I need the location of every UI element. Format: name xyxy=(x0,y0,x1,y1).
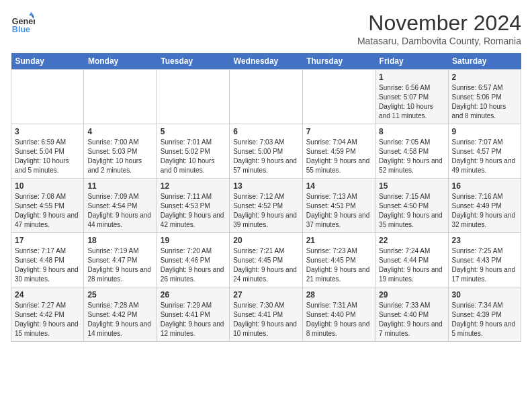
day-header-friday: Friday xyxy=(375,53,448,70)
day-info: Sunrise: 7:03 AM Sunset: 5:00 PM Dayligh… xyxy=(233,138,298,175)
logo: General Blue xyxy=(11,11,35,35)
day-number: 25 xyxy=(87,290,152,300)
calendar-cell: 7Sunrise: 7:04 AM Sunset: 4:59 PM Daylig… xyxy=(302,124,375,179)
day-info: Sunrise: 7:29 AM Sunset: 4:41 PM Dayligh… xyxy=(161,301,226,338)
day-info: Sunrise: 7:30 AM Sunset: 4:41 PM Dayligh… xyxy=(233,301,298,338)
calendar-cell: 18Sunrise: 7:19 AM Sunset: 4:47 PM Dayli… xyxy=(84,233,157,287)
calendar-cell: 23Sunrise: 7:25 AM Sunset: 4:43 PM Dayli… xyxy=(448,233,521,287)
page-header: General Blue November 2024 Matasaru, Dam… xyxy=(11,11,521,46)
day-info: Sunrise: 7:33 AM Sunset: 4:40 PM Dayligh… xyxy=(379,301,444,338)
calendar-cell: 11Sunrise: 7:09 AM Sunset: 4:54 PM Dayli… xyxy=(84,179,157,233)
calendar-cell: 10Sunrise: 7:08 AM Sunset: 4:55 PM Dayli… xyxy=(11,179,84,233)
day-info: Sunrise: 7:25 AM Sunset: 4:43 PM Dayligh… xyxy=(452,246,517,284)
calendar-cell: 27Sunrise: 7:30 AM Sunset: 4:41 PM Dayli… xyxy=(230,287,302,342)
calendar-cell: 16Sunrise: 7:16 AM Sunset: 4:49 PM Dayli… xyxy=(448,179,521,233)
day-number: 10 xyxy=(15,181,80,191)
calendar-week-row: 3Sunrise: 6:59 AM Sunset: 5:04 PM Daylig… xyxy=(11,124,521,179)
month-title: November 2024 xyxy=(357,11,521,36)
day-info: Sunrise: 7:24 AM Sunset: 4:44 PM Dayligh… xyxy=(379,246,444,284)
day-number: 29 xyxy=(379,290,444,300)
day-info: Sunrise: 7:07 AM Sunset: 4:57 PM Dayligh… xyxy=(452,138,517,175)
day-header-tuesday: Tuesday xyxy=(157,53,229,70)
calendar-cell: 17Sunrise: 7:17 AM Sunset: 4:48 PM Dayli… xyxy=(11,233,84,287)
logo-icon: General Blue xyxy=(11,11,35,35)
calendar-week-row: 24Sunrise: 7:27 AM Sunset: 4:42 PM Dayli… xyxy=(11,287,521,342)
calendar-cell: 14Sunrise: 7:13 AM Sunset: 4:51 PM Dayli… xyxy=(302,179,375,233)
calendar-cell: 6Sunrise: 7:03 AM Sunset: 5:00 PM Daylig… xyxy=(230,124,302,179)
svg-text:Blue: Blue xyxy=(12,25,30,34)
day-number: 19 xyxy=(161,236,226,245)
calendar-table: SundayMondayTuesdayWednesdayThursdayFrid… xyxy=(11,53,521,342)
day-info: Sunrise: 7:23 AM Sunset: 4:45 PM Dayligh… xyxy=(306,246,371,284)
calendar-cell: 24Sunrise: 7:27 AM Sunset: 4:42 PM Dayli… xyxy=(11,287,84,342)
day-number: 22 xyxy=(379,236,444,245)
calendar-header-row: SundayMondayTuesdayWednesdayThursdayFrid… xyxy=(11,53,521,70)
day-number: 26 xyxy=(161,290,226,300)
day-number: 6 xyxy=(233,127,298,136)
calendar-cell: 22Sunrise: 7:24 AM Sunset: 4:44 PM Dayli… xyxy=(375,233,448,287)
calendar-cell: 4Sunrise: 7:00 AM Sunset: 5:03 PM Daylig… xyxy=(84,124,157,179)
day-info: Sunrise: 7:13 AM Sunset: 4:51 PM Dayligh… xyxy=(306,192,371,230)
calendar-cell xyxy=(302,70,375,124)
day-number: 16 xyxy=(452,181,517,191)
calendar-cell xyxy=(84,70,157,124)
svg-marker-2 xyxy=(29,12,34,15)
day-info: Sunrise: 7:08 AM Sunset: 4:55 PM Dayligh… xyxy=(15,192,80,230)
day-info: Sunrise: 6:59 AM Sunset: 5:04 PM Dayligh… xyxy=(15,138,80,175)
day-header-monday: Monday xyxy=(84,53,157,70)
day-info: Sunrise: 7:17 AM Sunset: 4:48 PM Dayligh… xyxy=(15,246,80,284)
calendar-week-row: 1Sunrise: 6:56 AM Sunset: 5:07 PM Daylig… xyxy=(11,70,521,124)
calendar-cell: 29Sunrise: 7:33 AM Sunset: 4:40 PM Dayli… xyxy=(375,287,448,342)
day-info: Sunrise: 6:57 AM Sunset: 5:06 PM Dayligh… xyxy=(452,83,517,121)
day-number: 20 xyxy=(233,236,298,245)
calendar-cell xyxy=(230,70,302,124)
calendar-week-row: 17Sunrise: 7:17 AM Sunset: 4:48 PM Dayli… xyxy=(11,233,521,287)
calendar-cell: 1Sunrise: 6:56 AM Sunset: 5:07 PM Daylig… xyxy=(375,70,448,124)
day-info: Sunrise: 7:16 AM Sunset: 4:49 PM Dayligh… xyxy=(452,192,517,230)
day-number: 15 xyxy=(379,181,444,191)
day-info: Sunrise: 7:28 AM Sunset: 4:42 PM Dayligh… xyxy=(87,301,152,338)
day-number: 21 xyxy=(306,236,371,245)
day-number: 17 xyxy=(15,236,80,245)
day-number: 1 xyxy=(379,73,444,82)
calendar-cell: 15Sunrise: 7:15 AM Sunset: 4:50 PM Dayli… xyxy=(375,179,448,233)
calendar-cell xyxy=(11,70,84,124)
day-number: 12 xyxy=(161,181,226,191)
day-info: Sunrise: 7:05 AM Sunset: 4:58 PM Dayligh… xyxy=(379,138,444,175)
day-info: Sunrise: 7:27 AM Sunset: 4:42 PM Dayligh… xyxy=(15,301,80,338)
day-info: Sunrise: 7:04 AM Sunset: 4:59 PM Dayligh… xyxy=(306,138,371,175)
day-number: 28 xyxy=(306,290,371,300)
day-number: 5 xyxy=(161,127,226,136)
calendar-cell: 5Sunrise: 7:01 AM Sunset: 5:02 PM Daylig… xyxy=(157,124,229,179)
calendar-week-row: 10Sunrise: 7:08 AM Sunset: 4:55 PM Dayli… xyxy=(11,179,521,233)
day-number: 27 xyxy=(233,290,298,300)
day-info: Sunrise: 7:19 AM Sunset: 4:47 PM Dayligh… xyxy=(87,246,152,284)
title-block: November 2024 Matasaru, Dambovita County… xyxy=(357,11,521,46)
day-info: Sunrise: 7:01 AM Sunset: 5:02 PM Dayligh… xyxy=(161,138,226,175)
day-info: Sunrise: 7:11 AM Sunset: 4:53 PM Dayligh… xyxy=(161,192,226,230)
day-header-thursday: Thursday xyxy=(302,53,375,70)
day-number: 7 xyxy=(306,127,371,136)
day-number: 23 xyxy=(452,236,517,245)
calendar-cell: 13Sunrise: 7:12 AM Sunset: 4:52 PM Dayli… xyxy=(230,179,302,233)
day-info: Sunrise: 7:20 AM Sunset: 4:46 PM Dayligh… xyxy=(161,246,226,284)
day-info: Sunrise: 7:31 AM Sunset: 4:40 PM Dayligh… xyxy=(306,301,371,338)
calendar-cell xyxy=(157,70,229,124)
day-number: 24 xyxy=(15,290,80,300)
calendar-cell: 30Sunrise: 7:34 AM Sunset: 4:39 PM Dayli… xyxy=(448,287,521,342)
calendar-cell: 12Sunrise: 7:11 AM Sunset: 4:53 PM Dayli… xyxy=(157,179,229,233)
location-subtitle: Matasaru, Dambovita County, Romania xyxy=(357,36,521,46)
day-number: 4 xyxy=(87,127,152,136)
calendar-cell: 26Sunrise: 7:29 AM Sunset: 4:41 PM Dayli… xyxy=(157,287,229,342)
day-info: Sunrise: 7:21 AM Sunset: 4:45 PM Dayligh… xyxy=(233,246,298,284)
day-number: 3 xyxy=(15,127,80,136)
day-info: Sunrise: 7:34 AM Sunset: 4:39 PM Dayligh… xyxy=(452,301,517,338)
day-header-wednesday: Wednesday xyxy=(230,53,302,70)
day-number: 18 xyxy=(87,236,152,245)
calendar-cell: 19Sunrise: 7:20 AM Sunset: 4:46 PM Dayli… xyxy=(157,233,229,287)
day-number: 9 xyxy=(452,127,517,136)
day-header-sunday: Sunday xyxy=(11,53,84,70)
day-number: 13 xyxy=(233,181,298,191)
calendar-cell: 25Sunrise: 7:28 AM Sunset: 4:42 PM Dayli… xyxy=(84,287,157,342)
day-info: Sunrise: 6:56 AM Sunset: 5:07 PM Dayligh… xyxy=(379,83,444,121)
